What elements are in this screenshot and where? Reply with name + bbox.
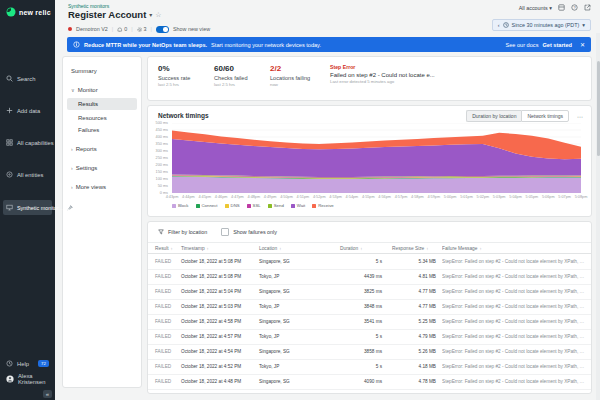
sidebar-item-all-capabilities[interactable]: All capabilities bbox=[0, 136, 55, 149]
scrollbar bbox=[596, 33, 600, 400]
x-axis-tick: 4:52pm bbox=[313, 195, 326, 199]
chevron-down-icon: ∨ bbox=[71, 87, 75, 93]
cell-response-size: 4.77 MB bbox=[392, 304, 442, 309]
x-axis-tick: 5:07pm bbox=[558, 195, 571, 199]
table-row[interactable]: FAILEDOctober 18, 2022 at 5:08 PMTokyo, … bbox=[148, 270, 591, 285]
cell-duration: 3825 ms bbox=[340, 289, 392, 294]
help-item[interactable]: Help 72 bbox=[0, 357, 55, 370]
back-chevron-icon: ‹ bbox=[498, 22, 500, 28]
cell-failure-message: StepError: Failed on step #2 - Could not… bbox=[442, 379, 591, 384]
table-row[interactable]: FAILEDOctober 18, 2022 at 5:08 PMSingapo… bbox=[148, 255, 591, 270]
column-header-failure-message[interactable]: Failure Message↕ bbox=[442, 246, 591, 251]
cell-result: FAILED bbox=[155, 274, 181, 279]
time-range-picker[interactable]: ‹ Since 30 minutes ago (PDT) ▾ bbox=[492, 19, 591, 31]
column-header-response-size[interactable]: Response Size↕ bbox=[392, 246, 442, 251]
sidebar-item-synthetic-monitors[interactable]: Synthetic monitor... bbox=[3, 200, 52, 215]
chart-legend: BlockConnectDNSSSLSendWaitReceive bbox=[172, 203, 334, 208]
legend-item-ssl[interactable]: SSL bbox=[247, 203, 261, 208]
sort-icon: ↕ bbox=[279, 246, 281, 251]
table-row[interactable]: FAILEDOctober 18, 2022 at 4:48 PMSingapo… bbox=[148, 375, 591, 390]
column-header-location[interactable]: Location↕ bbox=[259, 246, 340, 251]
table-row[interactable]: FAILEDOctober 18, 2022 at 5:04 PMSingapo… bbox=[148, 285, 591, 300]
table-row[interactable]: FAILEDOctober 18, 2022 at 5:03 PMTokyo, … bbox=[148, 300, 591, 315]
table-body: FAILEDOctober 18, 2022 at 5:08 PMSingapo… bbox=[148, 255, 591, 393]
subnav-settings[interactable]: ›Settings bbox=[63, 162, 141, 174]
scrollbar-thumb[interactable] bbox=[597, 61, 600, 156]
column-label: Failure Message bbox=[442, 246, 477, 251]
time-caret-icon: ▾ bbox=[582, 22, 585, 28]
table-header: Result↕Timestamp↕Location↕Duration↕Respo… bbox=[148, 242, 591, 254]
apps-grid-icon[interactable] bbox=[558, 4, 565, 11]
sidebar-collapse-button[interactable]: « bbox=[43, 390, 52, 398]
table-row[interactable]: FAILEDOctober 18, 2022 at 4:47 PMTokyo, … bbox=[148, 390, 591, 393]
x-axis-tick: 4:54pm bbox=[346, 195, 359, 199]
column-header-timestamp[interactable]: Timestamp↕ bbox=[181, 246, 259, 251]
title-dropdown-caret-icon[interactable]: ▾ bbox=[149, 11, 152, 18]
y-axis-tick: 500 ms bbox=[156, 121, 168, 125]
cell-response-size: 5.25 MB bbox=[392, 319, 442, 324]
legend-item-send[interactable]: Send bbox=[268, 203, 284, 208]
metrics-card: 0% Success rate last 2.5 hrs 60/60 Check… bbox=[147, 56, 592, 101]
subnav-failures[interactable]: Failures bbox=[63, 124, 141, 136]
legend-item-block[interactable]: Block bbox=[172, 203, 189, 208]
cell-timestamp: October 18, 2022 at 5:08 PM bbox=[181, 259, 259, 264]
column-header-result[interactable]: Result↕ bbox=[155, 246, 181, 251]
duration-by-location-button[interactable]: Duration by location bbox=[466, 110, 521, 122]
network-timings-card: Network timings Duration by location Net… bbox=[147, 105, 592, 217]
cell-duration: 4439 ms bbox=[340, 274, 392, 279]
subnav-resources[interactable]: Resources bbox=[63, 112, 141, 124]
table-row[interactable]: FAILEDOctober 18, 2022 at 4:52 PMTokyo, … bbox=[148, 360, 591, 375]
share-icon[interactable] bbox=[584, 4, 591, 11]
subnav-results[interactable]: Results bbox=[67, 98, 137, 110]
help-circle-icon[interactable]: ? bbox=[571, 4, 578, 11]
show-new-view-toggle[interactable] bbox=[156, 26, 169, 33]
legend-item-connect[interactable]: Connect bbox=[196, 203, 218, 208]
cell-timestamp: October 18, 2022 at 5:03 PM bbox=[181, 304, 259, 309]
legend-item-wait[interactable]: Wait bbox=[291, 203, 305, 208]
sidebar-item-search[interactable]: Search bbox=[0, 72, 55, 85]
network-timings-button[interactable]: Network timings bbox=[521, 110, 569, 122]
table-row[interactable]: FAILEDOctober 18, 2022 at 4:57 PMTokyo, … bbox=[148, 330, 591, 345]
settings-chip[interactable]: 3 bbox=[137, 26, 147, 32]
accounts-picker[interactable]: All accounts ▾ bbox=[519, 5, 552, 11]
new-relic-logo[interactable]: new relic bbox=[0, 0, 55, 17]
column-header-duration[interactable]: Duration↕ bbox=[340, 246, 392, 251]
banner-cta[interactable]: Get started bbox=[542, 42, 572, 48]
subnav-more-views[interactable]: ›More views bbox=[63, 181, 141, 193]
subnav-monitor[interactable]: ∨Monitor bbox=[63, 84, 141, 96]
metric-step-error: Step Error Failed on step #2 - Could not… bbox=[326, 64, 581, 93]
cell-duration: 3858 ms bbox=[340, 349, 392, 354]
cell-failure-message: StepError: Failed on step #2 - Could not… bbox=[442, 289, 591, 294]
cell-failure-message: StepError: Failed on step #2 - Could not… bbox=[442, 364, 591, 369]
legend-item-dns[interactable]: DNS bbox=[225, 203, 240, 208]
help-badge: 72 bbox=[38, 360, 49, 367]
subnav-summary[interactable]: Summary bbox=[63, 65, 141, 77]
cell-timestamp: October 18, 2022 at 4:58 PM bbox=[181, 319, 259, 324]
chart-menu-icon[interactable]: ⋯ bbox=[577, 113, 583, 120]
banner-close-icon[interactable]: ✕ bbox=[580, 41, 585, 48]
sidebar-item-all-entities[interactable]: All entities bbox=[0, 168, 55, 181]
legend-item-receive[interactable]: Receive bbox=[312, 203, 334, 208]
sort-icon: ↕ bbox=[426, 246, 428, 251]
table-row[interactable]: FAILEDOctober 18, 2022 at 4:58 PMSingapo… bbox=[148, 315, 591, 330]
x-axis: 4:43pm4:44pm4:45pm4:46pm4:47pm4:48pm4:49… bbox=[172, 195, 581, 201]
banner-docs-link[interactable]: See our docs bbox=[505, 42, 538, 48]
x-axis-tick: 5:03pm bbox=[493, 195, 506, 199]
account-label[interactable]: Demotron V2 bbox=[76, 26, 108, 32]
show-failures-only-checkbox[interactable] bbox=[221, 228, 229, 236]
x-axis-tick: 5:08pm bbox=[575, 195, 588, 199]
legend-swatch bbox=[196, 204, 200, 208]
x-axis-tick: 4:55pm bbox=[362, 195, 375, 199]
cell-failure-message: StepError: Failed on step #2 - Could not… bbox=[442, 259, 591, 264]
favorite-star-icon[interactable]: ☆ bbox=[155, 11, 161, 19]
account-picker-row: All accounts ▾ ? bbox=[519, 4, 591, 11]
cell-duration: 3541 ms bbox=[340, 319, 392, 324]
user-item[interactable]: Alexa Kristensen bbox=[0, 370, 55, 388]
alerts-chip[interactable]: 0 bbox=[117, 26, 127, 32]
subnav-reports[interactable]: ›Reports bbox=[63, 143, 141, 155]
sidebar-item-add-data[interactable]: Add data bbox=[0, 104, 55, 117]
legend-swatch bbox=[291, 204, 295, 208]
table-row[interactable]: FAILEDOctober 18, 2022 at 4:54 PMSingapo… bbox=[148, 345, 591, 360]
filter-by-location-label[interactable]: Filter by location bbox=[168, 229, 207, 235]
help-icon bbox=[6, 360, 13, 367]
